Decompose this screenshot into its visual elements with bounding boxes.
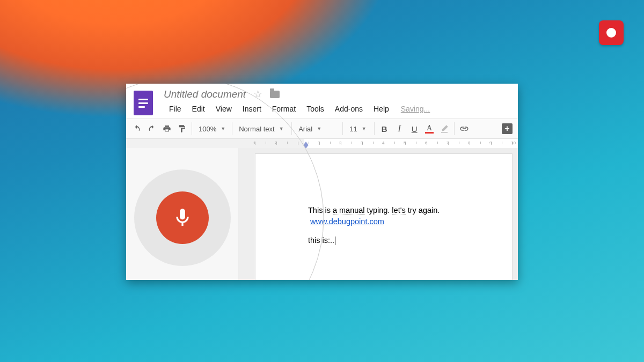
- ruler-tick: 1: [253, 141, 255, 145]
- menu-edit[interactable]: Edit: [187, 104, 210, 114]
- menu-insert[interactable]: Insert: [237, 104, 267, 114]
- text: try again.: [406, 206, 440, 215]
- redo-button[interactable]: [144, 121, 159, 136]
- menu-file[interactable]: File: [164, 104, 187, 114]
- text: this is:..: [308, 236, 334, 245]
- style-value: Normal text: [239, 125, 274, 133]
- font-size-value: 11: [349, 125, 357, 133]
- paint-format-icon: [178, 124, 186, 133]
- hyperlink[interactable]: www.debugpoint.com: [310, 217, 384, 226]
- more-button[interactable]: +: [500, 121, 515, 136]
- text: This is: [308, 206, 333, 215]
- italic-button[interactable]: I: [392, 121, 407, 136]
- link-icon: [459, 124, 469, 134]
- ruler-tick: 5: [404, 141, 406, 145]
- highlight-icon: [440, 124, 449, 134]
- header: Untitled document ☆ File Edit View Inser…: [126, 84, 518, 119]
- zoom-value: 100%: [199, 125, 216, 133]
- menu-help[interactable]: Help: [368, 104, 394, 114]
- text-color-button[interactable]: A: [422, 121, 437, 136]
- toolbar: 100%▼ Normal text▼ Arial▼ 11▼ B I U A: [126, 119, 518, 139]
- zoom-select[interactable]: 100%▼: [194, 121, 230, 136]
- text-spellcheck: let's: [392, 206, 405, 215]
- underline-button[interactable]: U: [407, 121, 422, 136]
- document-body[interactable]: This is a manual typing. let's try again…: [255, 154, 512, 246]
- ruler-tick: 8: [468, 141, 470, 145]
- plus-icon: +: [502, 123, 513, 134]
- ruler-tick: 9: [489, 141, 492, 145]
- menu-addons[interactable]: Add-ons: [330, 104, 368, 114]
- text-color-icon: A: [427, 124, 432, 132]
- text-spellcheck: a manual: [333, 206, 365, 215]
- document-page[interactable]: This is a manual typing. let's try again…: [255, 153, 513, 280]
- print-button[interactable]: [159, 121, 174, 136]
- font-value: Arial: [298, 125, 312, 133]
- menu-bar: File Edit View Insert Format Tools Add-o…: [164, 100, 518, 114]
- ruler-tick: 4: [382, 141, 384, 145]
- ruler-tick: 2: [275, 141, 277, 145]
- redo-icon: [148, 124, 156, 133]
- document-title[interactable]: Untitled document: [164, 88, 246, 100]
- ruler-tick: 10: [511, 141, 516, 145]
- ruler-tick: 1: [318, 141, 320, 145]
- menu-format[interactable]: Format: [267, 104, 301, 114]
- print-icon: [163, 124, 171, 133]
- paint-format-button[interactable]: [174, 121, 189, 136]
- font-size-select[interactable]: 11▼: [345, 121, 372, 136]
- text-cursor: [335, 237, 335, 245]
- font-select[interactable]: Arial▼: [294, 121, 340, 136]
- highlight-button[interactable]: [437, 121, 452, 136]
- undo-button[interactable]: [129, 121, 144, 136]
- screen-recorder-indicator[interactable]: [599, 20, 624, 45]
- microphone-icon: [172, 207, 193, 228]
- record-icon: [606, 28, 616, 38]
- desktop: Untitled document ☆ File Edit View Inser…: [0, 0, 644, 362]
- ruler-tick: 2: [339, 141, 341, 145]
- menu-view[interactable]: View: [210, 104, 237, 114]
- google-docs-window: Untitled document ☆ File Edit View Inser…: [126, 84, 518, 280]
- bold-button[interactable]: B: [377, 121, 392, 136]
- menu-tools[interactable]: Tools: [301, 104, 330, 114]
- text: typing.: [365, 206, 392, 215]
- style-select[interactable]: Normal text▼: [235, 121, 289, 136]
- ruler-tick: 6: [425, 141, 427, 145]
- link-button[interactable]: [457, 121, 472, 136]
- ruler-tick: 3: [361, 141, 363, 145]
- star-icon[interactable]: ☆: [253, 88, 262, 100]
- saving-status: Saving...: [394, 105, 430, 113]
- undo-icon: [133, 124, 141, 133]
- move-folder-icon[interactable]: [270, 91, 280, 98]
- ruler-tick: 7: [447, 141, 449, 145]
- voice-typing-button[interactable]: [156, 191, 209, 244]
- docs-logo-icon[interactable]: [134, 91, 153, 115]
